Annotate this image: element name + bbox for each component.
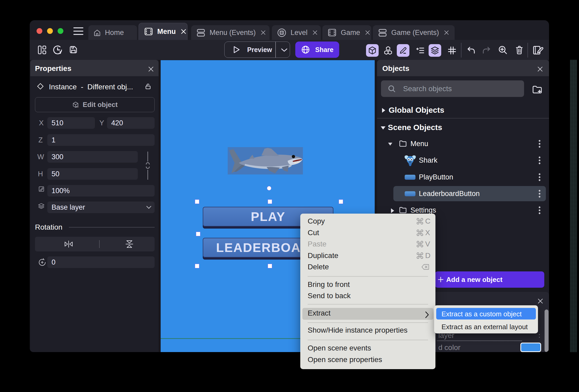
svg-text:2D: 2D bbox=[76, 106, 78, 108]
